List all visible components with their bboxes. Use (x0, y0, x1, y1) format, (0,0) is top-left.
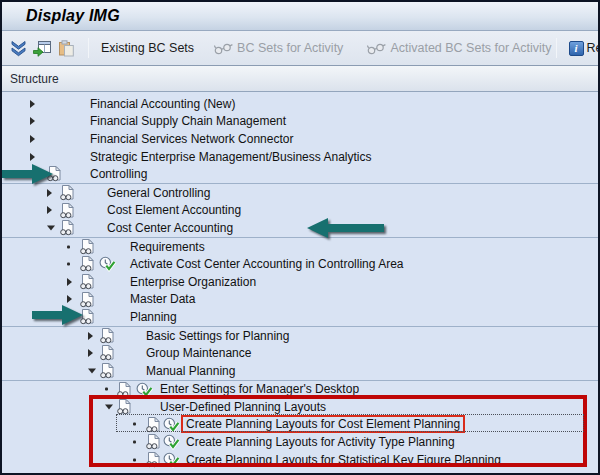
expand-node-icon[interactable] (47, 189, 52, 197)
titlebar: Display IMG (2, 2, 598, 31)
expand-node-icon[interactable] (88, 332, 93, 340)
leaf-bullet-icon (105, 388, 108, 391)
leaf-bullet-icon (133, 423, 136, 426)
expand-node-icon[interactable] (30, 117, 35, 125)
tree-item-controlling[interactable]: Controlling (90, 167, 147, 181)
tree-item-cost-element-accounting[interactable]: Cost Element Accounting (107, 203, 241, 217)
tree-row: Controlling (2, 165, 598, 183)
tree-item-create-planning-layouts-for-activity-type-planni[interactable]: Create Planning Layouts for Activity Typ… (186, 435, 455, 449)
execute-activity-icon[interactable] (163, 452, 180, 472)
tree-row: Activate Cost Center Accounting in Contr… (2, 255, 598, 273)
tree-item-master-data[interactable]: Master Data (130, 292, 195, 306)
tree-item-manual-planning[interactable]: Manual Planning (146, 364, 235, 378)
expand-node-icon[interactable] (30, 153, 35, 161)
toolbar: Existing BC Sets BC Sets for Activity (2, 31, 598, 66)
collapse-node-icon[interactable] (88, 368, 96, 373)
tree-row: Enterprise Organization (2, 273, 598, 291)
structure-header-label: Structure (10, 72, 59, 86)
img-structure-tree: Financial Accounting (New)Financial Supp… (2, 92, 598, 472)
tree-item-financial-services-network-connector[interactable]: Financial Services Network Connector (90, 132, 293, 146)
tree-row: Requirements (2, 238, 598, 256)
documentation-icon[interactable] (145, 452, 160, 472)
tree-row: Financial Supply Chain Management (2, 113, 598, 131)
leaf-bullet-icon (133, 458, 136, 461)
expand-node-icon[interactable] (47, 206, 52, 214)
tree-item-financial-supply-chain-management[interactable]: Financial Supply Chain Management (90, 114, 286, 128)
tree-row: Manual Planning (2, 362, 598, 380)
leaf-bullet-icon (67, 245, 70, 248)
toolbar-separator (556, 38, 557, 58)
tree-item-requirements[interactable]: Requirements (130, 240, 205, 254)
tree-row: User-Defined Planning Layouts (2, 398, 598, 416)
tree-row: Basic Settings for Planning (2, 327, 598, 345)
structure-header: Structure (2, 66, 598, 92)
tree-row: Cost Center Accounting (2, 219, 598, 237)
tree-row: Group Maintenance (2, 344, 598, 362)
tree-item-group-maintenance[interactable]: Group Maintenance (146, 346, 251, 360)
release-notes-button[interactable]: i Release (565, 39, 598, 58)
collapse-node-icon[interactable] (105, 404, 113, 409)
double-chevron-down-icon (10, 40, 27, 57)
tree-row: Create Planning Layouts for Statistical … (2, 451, 598, 469)
glasses-icon (214, 42, 233, 55)
display-bc-set-button[interactable] (33, 37, 52, 59)
tree-item-create-planning-layouts-for-cost-element-plannin[interactable]: Create Planning Layouts for Cost Element… (181, 415, 465, 433)
tree-item-create-planning-layouts-for-statistical-key-figu[interactable]: Create Planning Layouts for Statistical … (186, 453, 501, 467)
expand-node-icon[interactable] (30, 100, 35, 108)
tree-item-enterprise-organization[interactable]: Enterprise Organization (130, 275, 256, 289)
bc-sets-for-activity-label: BC Sets for Activity (237, 41, 343, 55)
expand-node-icon[interactable] (67, 295, 72, 303)
expand-node-icon[interactable] (67, 278, 72, 286)
tree-item-cost-center-accounting[interactable]: Cost Center Accounting (107, 221, 233, 235)
glasses-icon (367, 42, 386, 55)
tree-row: Create Planning Layouts for Activity Typ… (2, 433, 598, 451)
tree-row: Financial Services Network Connector (2, 130, 598, 148)
activated-bc-sets-label: Activated BC Sets for Activity (390, 41, 551, 55)
tree-row: Cost Element Accounting (2, 202, 598, 220)
release-notes-label: Release (587, 41, 598, 55)
tree-item-user-defined-planning-layouts[interactable]: User-Defined Planning Layouts (160, 400, 326, 414)
paste-button[interactable] (58, 37, 74, 59)
tree-item-financial-accounting-new[interactable]: Financial Accounting (New) (90, 97, 235, 111)
toolbar-separator (88, 38, 89, 58)
tree-row: Enter Settings for Manager's Desktop (2, 381, 598, 399)
tree-item-general-controlling[interactable]: General Controlling (107, 186, 210, 200)
table-import-icon (33, 40, 52, 57)
leaf-bullet-icon (133, 441, 136, 444)
leaf-bullet-icon (67, 263, 70, 266)
display-img-window: Display IMG (0, 0, 600, 475)
activated-bc-sets-for-activity-button[interactable]: Activated BC Sets for Activity (363, 39, 555, 57)
tree-row: Strategic Enterprise Management/Business… (2, 148, 598, 166)
info-icon: i (569, 41, 584, 56)
expand-all-button[interactable] (10, 37, 27, 59)
tree-row: General Controlling (2, 184, 598, 202)
expand-node-icon[interactable] (30, 135, 35, 143)
collapse-node-icon[interactable] (47, 225, 55, 230)
tree-item-planning[interactable]: Planning (130, 310, 177, 324)
tree-row: Planning (2, 308, 598, 326)
paste-icon (58, 40, 74, 57)
tree-row: Financial Accounting (New) (2, 95, 598, 113)
expand-node-icon[interactable] (88, 349, 93, 357)
page-title: Display IMG (26, 7, 120, 25)
tree-item-enter-settings-for-manager-s-desktop[interactable]: Enter Settings for Manager's Desktop (160, 382, 359, 396)
tree-item-basic-settings-for-planning[interactable]: Basic Settings for Planning (146, 329, 289, 343)
tree-row: Master Data (2, 291, 598, 309)
existing-bc-sets-button[interactable]: Existing BC Sets (97, 39, 198, 57)
tree-row: Create Planning Layouts for Cost Element… (2, 416, 598, 434)
bc-sets-for-activity-button[interactable]: BC Sets for Activity (210, 39, 347, 57)
tree-item-activate-cost-center-accounting-in-controlling-a[interactable]: Activate Cost Center Accounting in Contr… (130, 257, 403, 271)
tree-item-strategic-enterprise-management-business-analyti[interactable]: Strategic Enterprise Management/Business… (90, 150, 371, 164)
